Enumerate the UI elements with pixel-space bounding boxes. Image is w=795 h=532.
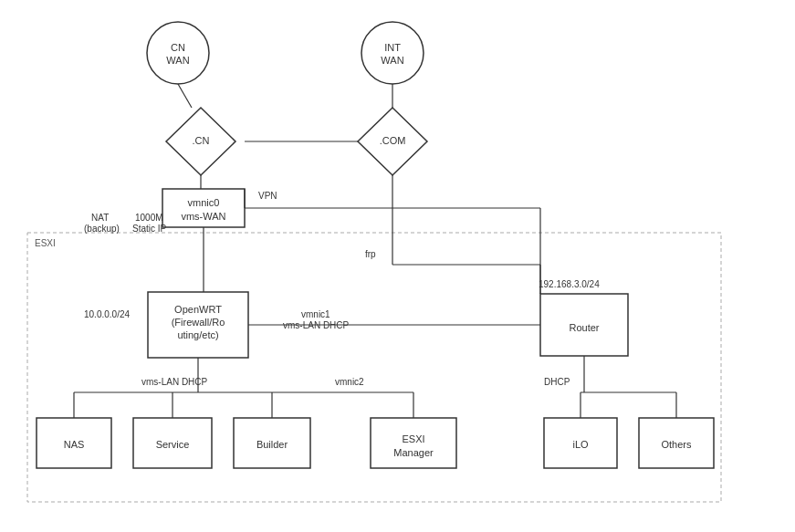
vms-lan-label: vms-LAN DHCP <box>141 377 208 387</box>
line-cn-wan-diamond <box>178 84 192 108</box>
openwrt-text2: (Firewall/Ro <box>172 317 225 328</box>
cn-diamond-text: .CN <box>193 135 210 146</box>
vmnic0-text2: vms-WAN <box>181 211 225 222</box>
nat-backup-label2: (backup) <box>84 224 120 234</box>
cn-wan-text2: WAN <box>166 55 189 66</box>
service-text: Service <box>156 439 190 450</box>
dhcp-label: DHCP <box>544 377 570 387</box>
nat-backup-label: NAT <box>91 213 109 223</box>
vmnic2-label: vmnic2 <box>335 377 364 387</box>
esxi-label: ESXI <box>35 238 56 248</box>
vpn-label: VPN <box>258 191 277 201</box>
ip-range-label: 192.168.3.0/24 <box>539 279 600 289</box>
nas-text: NAS <box>64 439 85 450</box>
esxi-manager-text2: Manager <box>393 447 434 458</box>
vmnic0-text1: vmnic0 <box>188 197 220 208</box>
int-wan-text2: WAN <box>381 55 403 66</box>
cn-wan-text: CN <box>171 42 185 53</box>
vmnic1-label: vmnic1 <box>301 309 330 319</box>
cn-wan-node <box>147 22 209 84</box>
openwrt-text1: OpenWRT <box>174 304 222 315</box>
com-diamond-text: .COM <box>380 135 406 146</box>
int-wan-node <box>361 22 424 84</box>
vmnic1-label2: vms-LAN DHCP <box>283 320 350 330</box>
static-ip-label2: Static IP <box>132 224 167 234</box>
router-text: Router <box>569 322 599 333</box>
openwrt-text3: uting/etc) <box>177 329 218 340</box>
esxi-manager-text1: ESXI <box>402 433 424 444</box>
static-ip-label: 1000M <box>135 213 163 223</box>
builder-text: Builder <box>256 439 288 450</box>
others-text: Others <box>661 439 692 450</box>
frp-label: frp <box>365 249 376 259</box>
lan-range-label: 10.0.0.0/24 <box>84 309 130 319</box>
int-wan-text: INT <box>384 42 401 53</box>
ilo-text: iLO <box>572 439 589 450</box>
